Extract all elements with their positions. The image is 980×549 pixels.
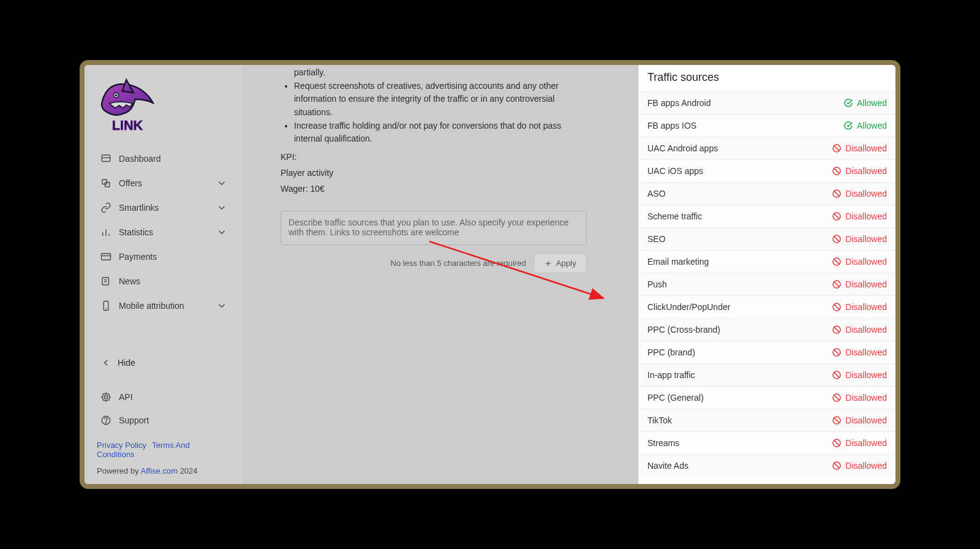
traffic-source-name: ASO <box>647 189 666 199</box>
help-icon <box>100 415 111 426</box>
traffic-source-name: PPC (General) <box>647 393 704 403</box>
status-badge: Disallowed <box>832 211 887 221</box>
terms-bullets: partially.Request screenshots of creativ… <box>281 66 587 146</box>
status-badge: Disallowed <box>832 438 887 448</box>
svg-line-52 <box>834 418 840 423</box>
plus-icon <box>544 259 552 268</box>
traffic-source-row: ClickUnder/PopUnderDisallowed <box>639 295 895 318</box>
ban-icon <box>832 302 842 312</box>
traffic-source-name: Navite Ads <box>647 461 688 471</box>
privacy-link[interactable]: Privacy Policy <box>97 441 146 450</box>
sidebar-item-statistics[interactable]: Statistics <box>97 221 231 244</box>
traffic-source-row: PushDisallowed <box>639 273 895 295</box>
status-badge: Disallowed <box>832 189 887 199</box>
nav-label: News <box>119 276 140 286</box>
svg-rect-12 <box>102 278 109 285</box>
traffic-source-name: ClickUnder/PopUnder <box>647 302 730 312</box>
svg-point-1 <box>115 94 118 97</box>
stats-icon <box>100 227 111 238</box>
traffic-source-row: FB apps AndroidAllowed <box>639 91 895 114</box>
dashboard-icon <box>100 153 111 164</box>
traffic-source-name: UAC Android apps <box>647 143 718 153</box>
ban-icon <box>832 370 842 380</box>
hide-label: Hide <box>118 358 135 368</box>
nav-label: Dashboard <box>119 154 161 164</box>
bullet-item: partially. <box>281 66 587 80</box>
ban-icon <box>832 211 842 221</box>
ban-icon <box>832 279 842 289</box>
svg-rect-10 <box>102 254 111 260</box>
sidebar: LINK DashboardOffersSmartlinksStatistics… <box>85 65 244 484</box>
svg-text:LINK: LINK <box>112 118 143 133</box>
traffic-source-name: UAC iOS apps <box>647 166 703 176</box>
svg-line-56 <box>834 463 840 469</box>
check-circle-icon <box>843 98 853 108</box>
sidebar-item-dashboard[interactable]: Dashboard <box>97 147 231 170</box>
ban-icon <box>832 393 842 403</box>
sidebar-item-news[interactable]: News <box>97 270 231 293</box>
mobile-icon <box>100 300 111 311</box>
svg-line-46 <box>834 350 840 355</box>
traffic-sources-panel: Traffic sources FB apps AndroidAllowedFB… <box>638 65 895 484</box>
bullet-item: Increase traffic holding and/or not pay … <box>294 119 587 146</box>
ban-icon <box>832 166 842 176</box>
nav-label: Statistics <box>119 227 153 237</box>
ban-icon <box>832 189 842 199</box>
svg-line-32 <box>834 191 840 197</box>
svg-line-38 <box>834 259 840 265</box>
traffic-source-row: TikTokDisallowed <box>639 409 895 431</box>
traffic-source-row: In-app trafficDisallowed <box>639 363 895 386</box>
status-badge: Disallowed <box>832 415 887 425</box>
traffic-source-row: PPC (General)Disallowed <box>639 386 895 409</box>
char-requirement-text: No less than 5 characters are required <box>391 259 526 268</box>
traffic-source-row: StreamsDisallowed <box>639 431 895 454</box>
sidebar-item-support[interactable]: Support <box>97 409 231 432</box>
traffic-source-row: SEODisallowed <box>639 227 895 250</box>
apply-button[interactable]: Apply <box>533 253 587 273</box>
status-badge: Disallowed <box>832 393 887 403</box>
traffic-source-row: UAC Android appsDisallowed <box>639 137 895 159</box>
offers-icon <box>100 178 111 189</box>
nav-label: Mobile attribution <box>119 301 184 311</box>
svg-line-28 <box>834 146 840 151</box>
ban-icon <box>832 143 842 153</box>
traffic-sources-list: FB apps AndroidAllowedFB apps IOSAllowed… <box>639 91 895 477</box>
ban-icon <box>832 347 842 357</box>
main-content: partially.Request screenshots of creativ… <box>244 65 638 484</box>
status-badge: Disallowed <box>832 325 887 335</box>
status-badge: Disallowed <box>832 302 887 312</box>
svg-line-44 <box>834 327 840 333</box>
affise-link[interactable]: Affise.com <box>141 466 178 475</box>
traffic-source-name: FB apps Android <box>647 98 711 108</box>
logo: LINK <box>97 72 231 147</box>
status-badge: Allowed <box>843 121 887 131</box>
check-circle-icon <box>843 121 853 131</box>
hide-sidebar-button[interactable]: Hide <box>97 351 231 374</box>
sidebar-item-offers[interactable]: Offers <box>97 172 231 195</box>
traffic-source-row: PPC (Cross-brand)Disallowed <box>639 318 895 341</box>
traffic-source-name: FB apps IOS <box>647 121 696 131</box>
sidebar-item-smartlinks[interactable]: Smartlinks <box>97 196 231 219</box>
sidebar-item-mobile-attribution[interactable]: Mobile attribution <box>97 294 231 317</box>
ban-icon <box>832 234 842 244</box>
sidebar-item-payments[interactable]: Payments <box>97 245 231 268</box>
svg-point-24 <box>105 422 106 423</box>
panel-title: Traffic sources <box>639 65 895 91</box>
traffic-source-name: TikTok <box>647 415 672 425</box>
traffic-source-row: Scheme trafficDisallowed <box>639 205 895 227</box>
traffic-description-input[interactable] <box>281 211 587 245</box>
sidebar-item-api[interactable]: API <box>97 385 231 409</box>
year-label: 2024 <box>180 466 198 475</box>
svg-line-36 <box>834 237 840 242</box>
traffic-source-name: SEO <box>647 234 666 244</box>
status-badge: Disallowed <box>832 257 887 267</box>
chevron-down-icon <box>216 178 227 189</box>
chip-icon <box>100 392 111 403</box>
kpi-label: KPI: <box>281 152 587 162</box>
svg-line-50 <box>834 395 840 401</box>
svg-rect-18 <box>105 396 108 399</box>
traffic-source-name: Email marketing <box>647 257 709 267</box>
svg-rect-5 <box>102 180 107 184</box>
traffic-source-row: PPC (brand)Disallowed <box>639 341 895 363</box>
status-badge: Disallowed <box>832 279 887 289</box>
